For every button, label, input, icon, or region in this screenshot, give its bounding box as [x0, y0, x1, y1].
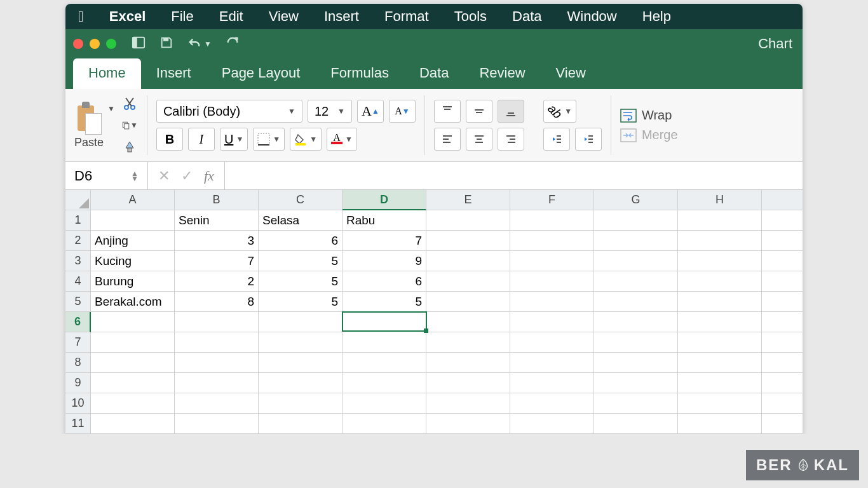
- cell-E11[interactable]: [426, 414, 510, 434]
- cell-G10[interactable]: [594, 393, 678, 414]
- cell-G2[interactable]: [594, 231, 678, 251]
- cell-H5[interactable]: [678, 292, 762, 312]
- menu-help[interactable]: Help: [642, 8, 671, 25]
- row-header-9[interactable]: 9: [65, 373, 91, 393]
- row-header-10[interactable]: 10: [65, 393, 91, 414]
- cell-G7[interactable]: [594, 332, 678, 353]
- row-header-7[interactable]: 7: [65, 332, 91, 353]
- menu-file[interactable]: File: [171, 8, 193, 25]
- cell-C6[interactable]: [259, 312, 342, 332]
- cell-F6[interactable]: [510, 312, 594, 332]
- cell-D3[interactable]: 9: [342, 251, 426, 271]
- font-name-select[interactable]: Calibri (Body)▼: [156, 100, 302, 123]
- cell-A6[interactable]: [91, 312, 175, 332]
- align-bottom-icon[interactable]: [498, 100, 524, 123]
- increase-indent-icon[interactable]: [575, 128, 602, 151]
- menu-view[interactable]: View: [269, 8, 299, 25]
- cell-D4[interactable]: 6: [342, 271, 426, 292]
- cell-G6[interactable]: [594, 312, 678, 332]
- orientation-icon[interactable]: ab▼: [543, 100, 576, 123]
- align-middle-icon[interactable]: [466, 100, 492, 123]
- cell-A9[interactable]: [91, 373, 175, 393]
- cell-G1[interactable]: [594, 210, 678, 231]
- column-header-G[interactable]: G: [594, 190, 678, 210]
- cell-F5[interactable]: [510, 292, 594, 312]
- cut-icon[interactable]: [121, 95, 138, 112]
- cell-D5[interactable]: 5: [342, 292, 426, 312]
- cell-C11[interactable]: [259, 414, 342, 434]
- cell-I6[interactable]: [762, 312, 803, 332]
- cell-C2[interactable]: 6: [259, 231, 342, 251]
- column-header-D[interactable]: D: [342, 190, 426, 210]
- cell-B7[interactable]: [175, 332, 259, 353]
- cell-I10[interactable]: [762, 393, 803, 414]
- cell-A4[interactable]: Burung: [91, 271, 175, 292]
- cell-D8[interactable]: [342, 353, 426, 373]
- spreadsheet-grid[interactable]: ABCDEFGHI1SeninSelasaRabu2Anjing3673Kuci…: [65, 190, 803, 434]
- menu-app[interactable]: Excel: [109, 8, 146, 25]
- cell-C3[interactable]: 5: [259, 251, 342, 271]
- cell-B1[interactable]: Senin: [175, 210, 259, 231]
- row-header-1[interactable]: 1: [65, 210, 91, 231]
- cell-H2[interactable]: [678, 231, 762, 251]
- cell-F9[interactable]: [510, 373, 594, 393]
- cell-I5[interactable]: [762, 292, 803, 312]
- cell-I3[interactable]: [762, 251, 803, 271]
- cell-F2[interactable]: [510, 231, 594, 251]
- align-top-icon[interactable]: [434, 100, 461, 123]
- cell-H10[interactable]: [678, 393, 762, 414]
- cell-B3[interactable]: 7: [175, 251, 259, 271]
- cell-C4[interactable]: 5: [259, 271, 342, 292]
- cell-B5[interactable]: 8: [175, 292, 259, 312]
- cell-A7[interactable]: [91, 332, 175, 353]
- cell-F7[interactable]: [510, 332, 594, 353]
- align-left-icon[interactable]: [434, 128, 461, 151]
- cell-B11[interactable]: [175, 414, 259, 434]
- cell-B8[interactable]: [175, 353, 259, 373]
- cell-I1[interactable]: [762, 210, 803, 231]
- cell-H8[interactable]: [678, 353, 762, 373]
- paste-icon[interactable]: [75, 102, 103, 133]
- menu-data[interactable]: Data: [512, 8, 541, 25]
- tab-insert[interactable]: Insert: [141, 58, 207, 89]
- name-box-stepper-icon[interactable]: ▲▼: [131, 171, 139, 181]
- cell-H3[interactable]: [678, 251, 762, 271]
- decrease-font-icon[interactable]: A▼: [389, 100, 416, 123]
- cell-A3[interactable]: Kucing: [91, 251, 175, 271]
- cell-G3[interactable]: [594, 251, 678, 271]
- cell-B10[interactable]: [175, 393, 259, 414]
- cell-H9[interactable]: [678, 373, 762, 393]
- close-icon[interactable]: [73, 39, 83, 49]
- cell-E5[interactable]: [426, 292, 510, 312]
- tab-formulas[interactable]: Formulas: [315, 58, 404, 89]
- cell-A11[interactable]: [91, 414, 175, 434]
- cell-H6[interactable]: [678, 312, 762, 332]
- italic-button[interactable]: I: [188, 128, 215, 151]
- cell-F10[interactable]: [510, 393, 594, 414]
- align-center-icon[interactable]: [466, 128, 492, 151]
- cell-C7[interactable]: [259, 332, 342, 353]
- redo-icon[interactable]: [226, 36, 240, 52]
- enter-formula-icon[interactable]: ✓: [181, 168, 193, 184]
- name-box[interactable]: D6 ▲▼: [65, 162, 148, 189]
- cell-I2[interactable]: [762, 231, 803, 251]
- row-header-6[interactable]: 6: [65, 312, 91, 332]
- merge-button[interactable]: Merge: [620, 128, 678, 142]
- cell-H4[interactable]: [678, 271, 762, 292]
- cell-F4[interactable]: [510, 271, 594, 292]
- cell-C9[interactable]: [259, 373, 342, 393]
- cell-G8[interactable]: [594, 353, 678, 373]
- font-color-icon[interactable]: A▼: [327, 128, 357, 151]
- formula-input[interactable]: [224, 162, 803, 189]
- row-header-5[interactable]: 5: [65, 292, 91, 312]
- cell-C1[interactable]: Selasa: [259, 210, 342, 231]
- decrease-indent-icon[interactable]: [543, 128, 570, 151]
- copy-icon[interactable]: ▼: [121, 117, 138, 133]
- cell-B6[interactable]: [175, 312, 259, 332]
- menu-format[interactable]: Format: [384, 8, 429, 25]
- select-all-corner[interactable]: [65, 190, 91, 210]
- borders-icon[interactable]: ▼: [253, 128, 285, 151]
- cell-A1[interactable]: [91, 210, 175, 231]
- cell-F3[interactable]: [510, 251, 594, 271]
- row-header-2[interactable]: 2: [65, 231, 91, 251]
